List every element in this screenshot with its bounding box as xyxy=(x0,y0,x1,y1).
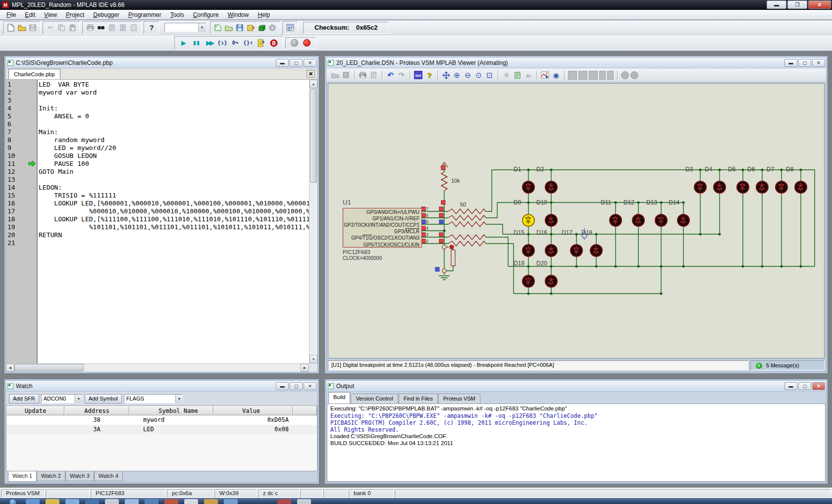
code-line[interactable]: LED VAR BYTE xyxy=(39,81,309,89)
watch-column-header[interactable]: Symbol Name xyxy=(129,406,213,415)
menu-file[interactable]: File xyxy=(2,10,20,20)
output-maximize-button[interactable]: ▢ xyxy=(798,382,811,390)
bookmark-icon[interactable] xyxy=(118,23,128,33)
sfr-combobox[interactable]: ADCON0 ▼ xyxy=(41,394,83,403)
output-titlebar[interactable]: Output ▬ ▢ ✕ xyxy=(326,381,826,392)
cut-icon[interactable]: ✂ xyxy=(46,23,55,33)
menu-configure[interactable]: Configure xyxy=(189,10,223,20)
open-design-icon[interactable] xyxy=(330,70,340,80)
proteus-viewer-window[interactable]: 20_LED_Charlie.DSN - Proteus VSM MPLAB V… xyxy=(324,55,828,374)
step-over-button[interactable]: 0↷ xyxy=(230,38,240,48)
editor-window[interactable]: C:\ISIS\GregBrown\CharlieCode.pbp ▬ ▢ ✕ … xyxy=(4,55,319,374)
step-out-button[interactable]: {}↑ xyxy=(243,38,253,48)
watch-titlebar[interactable]: Watch ▬ ▢ ✕ xyxy=(6,381,317,392)
find-in-files-icon[interactable] xyxy=(107,23,117,33)
find-icon[interactable] xyxy=(96,23,106,33)
code-line[interactable] xyxy=(39,120,309,128)
add-sfr-button[interactable]: Add SFR xyxy=(9,394,39,403)
menu-project[interactable]: Project xyxy=(61,10,89,20)
menu-tools[interactable]: Tools xyxy=(166,10,189,20)
watch-column-header[interactable]: Value xyxy=(213,406,293,415)
report-icon[interactable] xyxy=(369,70,378,80)
watch-table[interactable]: UpdateAddressSymbol NameValue38myword0xD… xyxy=(6,405,317,471)
start-orb-icon[interactable] xyxy=(9,499,17,504)
watch-tab-watch-2[interactable]: Watch 2 xyxy=(37,471,65,481)
code-line[interactable]: LEDON: xyxy=(39,184,309,192)
watch-row[interactable]: 3ALED0x08 xyxy=(6,425,317,434)
source-code-icon[interactable] xyxy=(513,70,522,80)
step-icon[interactable] xyxy=(523,70,533,80)
editor-vertical-scrollbar[interactable]: ▲ ▼ xyxy=(309,80,317,363)
menu-programmer[interactable]: Programmer xyxy=(124,10,166,20)
add-symbol-button[interactable]: Add Symbol xyxy=(85,394,122,403)
code-line[interactable]: LOOKUP LED,[%111100,%111100,%111010,%111… xyxy=(39,215,309,223)
new-project-icon[interactable] xyxy=(213,23,223,33)
zoom-out-icon[interactable]: ⊖ xyxy=(463,70,472,80)
taskbar-icon[interactable] xyxy=(145,499,158,504)
editor-hscroll-thumb[interactable] xyxy=(14,364,84,371)
reset-button[interactable] xyxy=(256,38,266,48)
open-file-icon[interactable] xyxy=(17,23,27,33)
code-line[interactable]: GOTO Main xyxy=(39,168,309,176)
code-line[interactable]: Init: xyxy=(39,104,309,112)
watch-tab-watch-4[interactable]: Watch 4 xyxy=(94,471,123,481)
watch-minimize-button[interactable]: ▬ xyxy=(276,382,289,390)
code-line[interactable]: myword var word xyxy=(39,89,309,97)
help-icon[interactable]: ? xyxy=(147,23,156,33)
watch-eye-icon[interactable]: ◉ xyxy=(551,70,561,80)
watch-row[interactable]: 38myword0xD05A xyxy=(6,415,317,425)
zoom-all-icon[interactable]: ⊙ xyxy=(474,70,483,80)
code-line[interactable]: GOSUB LEDON xyxy=(39,152,309,160)
build-all-icon[interactable] xyxy=(246,23,256,33)
save-file-icon[interactable] xyxy=(28,23,38,33)
windows-taskbar-sliver[interactable] xyxy=(0,498,832,504)
watch-tab-watch-1[interactable]: Watch 1 xyxy=(8,471,37,482)
taskbar-icon[interactable] xyxy=(297,499,311,504)
code-line[interactable]: Main: xyxy=(39,128,309,136)
watch-close-button[interactable]: ✕ xyxy=(304,382,316,390)
code-line[interactable]: random myword xyxy=(39,136,309,144)
code-line[interactable] xyxy=(39,97,309,104)
properties-icon[interactable] xyxy=(129,23,139,33)
output-tab-find-in-files[interactable]: Find in Files xyxy=(399,394,438,403)
taskbar-icon[interactable] xyxy=(164,499,178,504)
zoom-area-icon[interactable]: ⊡ xyxy=(485,70,494,80)
code-line[interactable]: LED = myword//20 xyxy=(39,144,309,152)
editor-tab-close-icon[interactable]: ✕ xyxy=(307,70,315,78)
taskbar-icon[interactable] xyxy=(204,499,218,504)
open-project-icon[interactable] xyxy=(224,23,234,33)
code-line[interactable] xyxy=(39,176,309,184)
symbol-combobox-arrow[interactable]: ▼ xyxy=(175,395,183,403)
paste-icon[interactable] xyxy=(67,23,77,33)
editor-titlebar[interactable]: C:\ISIS\GregBrown\CharlieCode.pbp ▬ ▢ ✕ xyxy=(6,57,317,68)
device-combobox[interactable]: ▼ xyxy=(164,23,206,32)
halt-button[interactable]: ▮▮ xyxy=(192,38,202,48)
run-button[interactable]: ▶ xyxy=(179,38,189,48)
output-minimize-button[interactable]: ▬ xyxy=(784,382,797,390)
watch-tab-watch-3[interactable]: Watch 3 xyxy=(65,471,94,481)
animate-button[interactable]: ▶▶ xyxy=(205,38,214,48)
copy-icon[interactable] xyxy=(56,23,66,33)
watch-maximize-button[interactable]: ▢ xyxy=(290,382,303,390)
taskbar-icon[interactable] xyxy=(224,499,238,504)
code-editor[interactable]: 123456789101112131415161718192021 LED VA… xyxy=(6,80,317,372)
print-icon[interactable] xyxy=(85,23,95,33)
taskbar-icon[interactable] xyxy=(85,499,99,504)
taskbar-icon[interactable] xyxy=(26,499,40,504)
editor-minimize-button[interactable]: ▬ xyxy=(276,59,289,67)
close-button[interactable]: ✕ xyxy=(808,0,831,9)
code-line[interactable]: %101101,%101101,%011101,%011101,%101011,… xyxy=(39,223,309,231)
build-output-log[interactable]: Executing: "C:\PBP260C\PBPMPLAB.BAT" -am… xyxy=(327,403,826,482)
watch-column-header[interactable]: Address xyxy=(64,406,129,415)
code-line[interactable]: PAUSE 100 xyxy=(39,160,309,168)
sfr-combobox-arrow[interactable]: ▼ xyxy=(75,395,82,403)
save-design-icon[interactable] xyxy=(341,70,351,80)
output-tab-proteus-vsm[interactable]: Proteus VSM xyxy=(438,394,480,403)
output-window[interactable]: Output ▬ ▢ ✕ BuildVersion ControlFind in… xyxy=(324,379,828,484)
project-info-icon[interactable]: i xyxy=(267,23,277,33)
viewer-close-button[interactable]: ✕ xyxy=(812,59,825,67)
output-close-button[interactable]: ✕ xyxy=(812,382,825,390)
new-file-icon[interactable] xyxy=(6,23,16,33)
schematic-canvas[interactable]: 765432 GP0/AN0/CIN+/ULPWUGP1/AN1/CIN-/VR… xyxy=(328,83,825,358)
code-line[interactable]: %000010,%010000,%000010,%100000,%000100,… xyxy=(39,207,309,215)
